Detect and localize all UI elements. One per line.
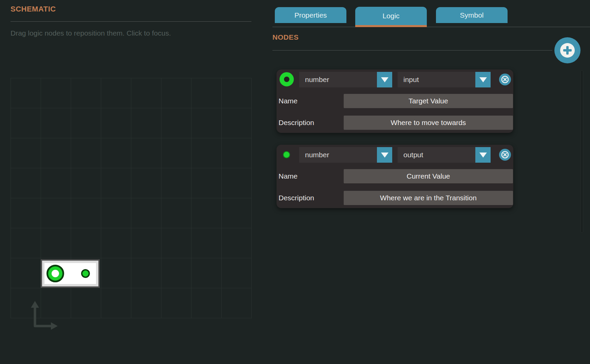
remove-node-button[interactable] xyxy=(499,149,511,161)
chevron-down-icon xyxy=(479,77,487,82)
logic-node-component[interactable] xyxy=(41,259,100,288)
node-type-select[interactable]: number xyxy=(299,147,377,163)
node-name-field[interactable]: Target Value xyxy=(344,94,513,108)
description-label: Description xyxy=(279,116,314,130)
description-label: Description xyxy=(279,191,314,205)
node-direction-select[interactable]: output xyxy=(398,147,475,163)
add-node-button[interactable] xyxy=(554,37,581,63)
name-label: Name xyxy=(279,94,298,108)
nodes-section-divider xyxy=(272,50,552,50)
chevron-down-icon xyxy=(381,77,388,82)
schematic-hint: Drag logic nodes to reposition them. Cli… xyxy=(11,29,171,37)
tabs-baseline xyxy=(272,27,590,27)
remove-node-button[interactable] xyxy=(499,74,511,85)
node-direction-dropdown-button[interactable] xyxy=(475,147,491,163)
tab-properties[interactable]: Properties xyxy=(275,7,346,23)
plus-icon xyxy=(560,43,575,58)
node-direction-value: output xyxy=(403,151,423,159)
node-description-field[interactable]: Where we are in the Transition xyxy=(344,191,513,205)
node-type-value: number xyxy=(305,76,329,84)
node-type-dropdown-button[interactable] xyxy=(377,147,392,163)
node-type-value: number xyxy=(305,151,329,159)
schematic-divider xyxy=(11,21,251,22)
port-ring-icon xyxy=(280,72,294,86)
tab-logic[interactable]: Logic xyxy=(355,7,427,27)
node-name-field[interactable]: Current Value xyxy=(344,169,513,183)
chevron-down-icon xyxy=(381,153,388,158)
node-type-dropdown-button[interactable] xyxy=(377,72,392,87)
close-icon xyxy=(501,151,509,159)
schematic-title: SCHEMATIC xyxy=(11,5,56,14)
node-description-field[interactable]: Where to move towards xyxy=(344,116,513,130)
node-card-current-value: number output Name Current Value Descrip… xyxy=(277,145,513,208)
tab-symbol[interactable]: Symbol xyxy=(436,7,508,23)
node-type-select[interactable]: number xyxy=(299,72,377,87)
node-direction-dropdown-button[interactable] xyxy=(475,72,491,87)
node-direction-select[interactable]: input xyxy=(398,72,475,87)
port-dot-icon xyxy=(283,151,290,158)
component-body xyxy=(44,263,96,284)
app-window: SCHEMATIC Drag logic nodes to reposition… xyxy=(0,0,590,364)
close-icon xyxy=(501,76,509,83)
axis-arrows-icon xyxy=(24,300,58,331)
node-direction-value: input xyxy=(403,76,419,84)
component-port-large-icon[interactable] xyxy=(46,265,64,282)
node-card-target-value: number input Name Target Value Descripti… xyxy=(277,69,513,133)
nodes-section-title: NODES xyxy=(272,33,299,41)
chevron-down-icon xyxy=(479,153,487,158)
panel-scrollbar[interactable] xyxy=(581,70,583,233)
name-label: Name xyxy=(279,169,298,183)
component-port-small-icon[interactable] xyxy=(81,269,90,278)
